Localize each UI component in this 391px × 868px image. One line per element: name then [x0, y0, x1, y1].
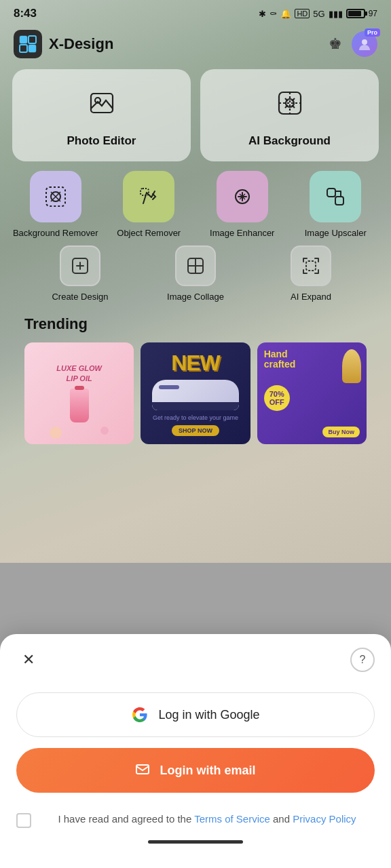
- email-login-button[interactable]: Login with email: [16, 748, 375, 793]
- trending-section: Trending LUXE GLOWLIP OIL NEW: [12, 315, 379, 444]
- svg-rect-0: [20, 36, 27, 43]
- trending-item-3[interactable]: Handcrafted 70%OFF Buy Now: [257, 342, 367, 444]
- bluetooth-icon: ✱: [259, 9, 266, 19]
- app-header: X-Design ♚ Pro: [0, 24, 391, 69]
- image-enhancer-card[interactable]: Image Enhancer: [199, 171, 286, 239]
- small-tools-row: Background Remover Object Remover Imag: [12, 171, 379, 239]
- photo-editor-icon: [87, 88, 117, 125]
- google-login-label: Log in with Google: [158, 708, 259, 722]
- app-logo-icon: [14, 30, 42, 58]
- ai-expand-icon: [291, 245, 331, 286]
- privacy-policy-link[interactable]: Privacy Policy: [293, 813, 356, 825]
- trending-item-1[interactable]: LUXE GLOWLIP OIL: [24, 342, 134, 444]
- object-remover-card[interactable]: Object Remover: [106, 171, 193, 239]
- sheet-header: ✕ ?: [16, 648, 375, 672]
- svg-rect-13: [327, 189, 335, 197]
- image-upscaler-label: Image Upscaler: [305, 228, 367, 239]
- big-tools-row: Photo Editor AI Background: [12, 69, 379, 161]
- svg-rect-17: [306, 261, 316, 271]
- ai-expand-card[interactable]: AI Expand: [257, 245, 365, 302]
- signal-icon: ▮▮▮: [329, 9, 343, 19]
- svg-rect-2: [20, 45, 27, 52]
- background-remover-label: Background Remover: [13, 228, 98, 239]
- svg-rect-18: [136, 765, 149, 774]
- terms-service-link[interactable]: Terms of Service: [194, 813, 270, 825]
- logo-area: X-Design: [14, 30, 113, 58]
- svg-point-4: [362, 39, 367, 45]
- main-tools: Photo Editor AI Background: [0, 69, 391, 444]
- image-collage-label: Image Collage: [167, 292, 224, 302]
- background-remover-icon-box: [30, 171, 81, 222]
- battery-percent: 97: [369, 9, 377, 18]
- svg-rect-3: [29, 45, 36, 52]
- image-upscaler-card[interactable]: Image Upscaler: [293, 171, 379, 239]
- google-login-button[interactable]: Log in with Google: [16, 692, 375, 737]
- hd-badge: HD: [295, 9, 310, 18]
- terms-prefix: I have read and agreed to the: [58, 813, 194, 825]
- image-enhancer-label: Image Enhancer: [210, 228, 274, 239]
- trending-grid: LUXE GLOWLIP OIL NEW: [24, 342, 367, 444]
- mute-icon: 🔔: [280, 9, 291, 19]
- terms-text: I have read and agreed to the Terms of S…: [39, 812, 375, 827]
- status-time: 8:43: [14, 7, 37, 20]
- login-bottom-sheet: ✕ ? Log in with Google Login with email …: [0, 634, 391, 868]
- background-remover-card[interactable]: Background Remover: [12, 171, 99, 239]
- trending-item-2[interactable]: NEW Get ready to elevate your game SHOP …: [141, 342, 250, 444]
- help-button[interactable]: ?: [350, 648, 375, 672]
- ai-background-card[interactable]: AI Background: [200, 69, 379, 161]
- terms-and: and: [270, 813, 293, 825]
- audio-icon: ⚰: [269, 9, 277, 19]
- crown-icon[interactable]: ♚: [329, 35, 342, 53]
- trending-title: Trending: [24, 315, 367, 333]
- object-remover-label: Object Remover: [117, 228, 181, 239]
- close-button[interactable]: ✕: [16, 648, 41, 672]
- create-design-card[interactable]: Create Design: [26, 245, 134, 302]
- object-remover-icon-box: [123, 171, 174, 222]
- network-icon: 5G: [313, 9, 324, 19]
- svg-rect-5: [91, 94, 113, 113]
- terms-row: I have read and agreed to the Terms of S…: [16, 812, 375, 828]
- image-enhancer-icon-box: [217, 171, 268, 222]
- ai-background-label: AI Background: [248, 134, 331, 148]
- create-design-icon: [60, 245, 100, 286]
- svg-rect-1: [29, 36, 36, 43]
- ai-background-icon: [275, 88, 305, 125]
- mini-tools-row: Create Design Image Collage AI Expand: [12, 245, 379, 302]
- battery-icon: [346, 9, 365, 18]
- image-collage-card[interactable]: Image Collage: [141, 245, 250, 302]
- svg-rect-7: [279, 92, 301, 114]
- email-login-label: Login with email: [160, 764, 255, 778]
- google-logo-icon: [131, 706, 149, 724]
- avatar[interactable]: Pro: [352, 31, 377, 57]
- ai-expand-label: AI Expand: [291, 292, 331, 302]
- status-bar: 8:43 ✱ ⚰ 🔔 HD 5G ▮▮▮ 97: [0, 0, 391, 24]
- app-name: X-Design: [49, 35, 113, 53]
- photo-editor-card[interactable]: Photo Editor: [12, 69, 191, 161]
- svg-rect-14: [335, 197, 343, 205]
- pro-badge: Pro: [365, 28, 380, 37]
- email-icon: [135, 762, 150, 780]
- image-upscaler-icon-box: [310, 171, 361, 222]
- status-icons: ✱ ⚰ 🔔 HD 5G ▮▮▮ 97: [259, 9, 377, 19]
- photo-editor-label: Photo Editor: [67, 134, 136, 148]
- header-right: ♚ Pro: [329, 31, 377, 57]
- terms-checkbox[interactable]: [16, 813, 31, 828]
- image-collage-icon: [175, 245, 216, 286]
- home-indicator: [148, 840, 243, 844]
- create-design-label: Create Design: [52, 292, 108, 302]
